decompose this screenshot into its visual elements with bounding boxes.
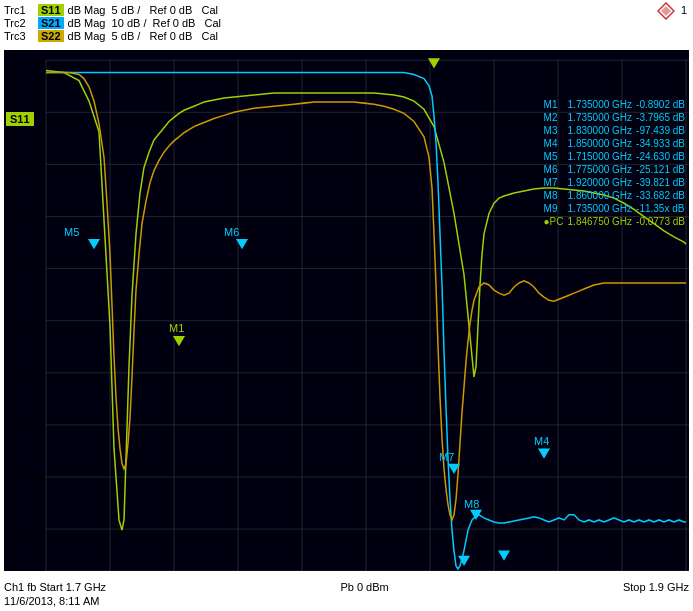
marker-m9-line: M9 1.735000 GHz -11.35x dB (544, 202, 685, 215)
svg-text:-20: -20 (26, 263, 42, 275)
svg-text:-15: -15 (26, 210, 42, 222)
marker-readout-box: M1 1.735000 GHz -0.8902 dB M2 1.735000 G… (544, 98, 685, 228)
pc-label: ●PC (544, 215, 564, 228)
s11-indicator-box: S11 (6, 112, 34, 126)
svg-text:M4: M4 (534, 435, 549, 447)
legend-row-trc3: Trc3 S22 dB Mag 5 dB / Ref 0 dB Cal (4, 30, 653, 42)
m7-label: M7 (544, 176, 564, 189)
marker-m8-line: M8 1.860000 GHz -33.682 dB (544, 189, 685, 202)
m3-val: -97.439 dB (636, 124, 685, 137)
svg-text:0: 0 (36, 54, 42, 66)
m6-val: -25.121 dB (636, 163, 685, 176)
m8-freq: 1.860000 GHz (568, 189, 633, 202)
svg-text:M1: M1 (169, 322, 184, 334)
m4-label: M4 (544, 137, 564, 150)
m2-label-r: M2 (544, 111, 564, 124)
m7-freq: 1.920000 GHz (568, 176, 633, 189)
trc2-badge: S21 (38, 17, 64, 29)
m9-label: M9 (544, 202, 564, 215)
trc3-info: dB Mag 5 dB / Ref 0 dB Cal (68, 30, 218, 42)
m6-label: M6 (544, 163, 564, 176)
m4-val: -34.933 dB (636, 137, 685, 150)
svg-text:-25: -25 (26, 315, 42, 327)
svg-text:-35: -35 (26, 419, 42, 431)
trc3-label: Trc3 (4, 30, 34, 42)
svg-text:M7: M7 (439, 451, 454, 463)
m1-label: M1 (544, 98, 564, 111)
status-right: Stop 1.9 GHz (623, 581, 689, 593)
top-right-number: 1 (681, 4, 687, 16)
status-center: Pb 0 dBm (340, 581, 388, 593)
m8-label: M8 (544, 189, 564, 202)
m1-val: -0.8902 dB (636, 98, 685, 111)
m7-val: -39.821 dB (636, 176, 685, 189)
m3-label: M3 (544, 124, 564, 137)
marker-m2-line: M2 1.735000 GHz -3.7965 dB (544, 111, 685, 124)
m1-freq: 1.735000 GHz (568, 98, 633, 111)
trc1-info: dB Mag 5 dB / Ref 0 dB Cal (68, 4, 218, 16)
svg-text:-30: -30 (26, 367, 42, 379)
m9-val: -11.35x dB (636, 202, 684, 215)
m3-freq: 1.830000 GHz (568, 124, 633, 137)
svg-text:-10: -10 (26, 158, 42, 170)
trc2-label: Trc2 (4, 17, 34, 29)
m2-val: -3.7965 dB (636, 111, 685, 124)
marker-pc-line: ●PC 1.846750 GHz -0.0773 dB (544, 215, 685, 228)
m6-freq: 1.775000 GHz (568, 163, 633, 176)
marker-m3-line: M3 1.830000 GHz -97.439 dB (544, 124, 685, 137)
svg-text:M5: M5 (64, 226, 79, 238)
status-left: Ch1 fb Start 1.7 GHz (4, 581, 106, 593)
legend: Trc1 S11 dB Mag 5 dB / Ref 0 dB Cal Trc2… (4, 4, 653, 43)
trc2-info: dB Mag 10 dB / Ref 0 dB Cal (68, 17, 221, 29)
pc-val: -0.0773 dB (636, 215, 685, 228)
m5-val: -24.630 dB (636, 150, 685, 163)
m2-freq: 1.735000 GHz (568, 111, 633, 124)
marker-m7-line: M7 1.920000 GHz -39.821 dB (544, 176, 685, 189)
legend-row-trc2: Trc2 S21 dB Mag 10 dB / Ref 0 dB Cal (4, 17, 653, 29)
marker-m4-line: M4 1.850000 GHz -34.933 dB (544, 137, 685, 150)
status-bar: Ch1 fb Start 1.7 GHz Pb 0 dBm Stop 1.9 G… (4, 581, 689, 593)
m9-freq: 1.735000 GHz (568, 202, 633, 215)
svg-text:-40: -40 (26, 471, 42, 483)
trc3-badge: S22 (38, 30, 64, 42)
compass-icon (657, 2, 675, 22)
svg-text:-5: -5 (32, 106, 42, 118)
svg-text:-45: -45 (26, 523, 42, 535)
legend-row-trc1: Trc1 S11 dB Mag 5 dB / Ref 0 dB Cal (4, 4, 653, 16)
m8-val: -33.682 dB (636, 189, 685, 202)
marker-m1-line: M1 1.735000 GHz -0.8902 dB (544, 98, 685, 111)
m4-freq: 1.850000 GHz (568, 137, 633, 150)
svg-text:M6: M6 (224, 226, 239, 238)
svg-text:M8: M8 (464, 498, 479, 510)
trc1-badge: S11 (38, 4, 64, 16)
marker-m6-line: M6 1.775000 GHz -25.121 dB (544, 163, 685, 176)
app: 1 Trc1 S11 dB Mag 5 dB / Ref 0 dB Cal Tr… (0, 0, 693, 611)
trc1-label: Trc1 (4, 4, 34, 16)
marker-m5-line: M5 1.715000 GHz -24.630 dB (544, 150, 685, 163)
m5-label: M5 (544, 150, 564, 163)
date-bar: 11/6/2013, 8:11 AM (4, 595, 99, 607)
m5-freq: 1.715000 GHz (568, 150, 633, 163)
pc-freq: 1.846750 GHz (568, 215, 633, 228)
